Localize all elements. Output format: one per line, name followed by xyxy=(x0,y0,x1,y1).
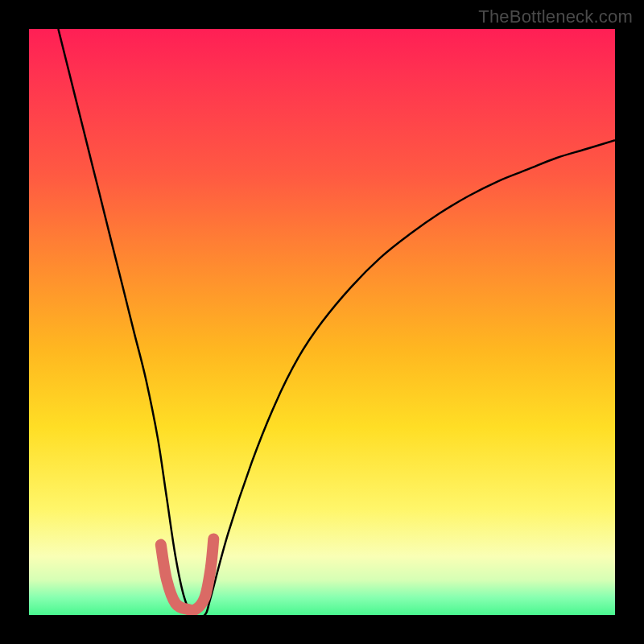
highlight-segment xyxy=(161,539,213,610)
plot-area xyxy=(29,29,615,615)
watermark-text: TheBottleneck.com xyxy=(478,6,633,27)
curve-svg xyxy=(29,29,615,615)
bottleneck-curve xyxy=(58,29,615,615)
chart-frame: TheBottleneck.com xyxy=(0,0,644,644)
